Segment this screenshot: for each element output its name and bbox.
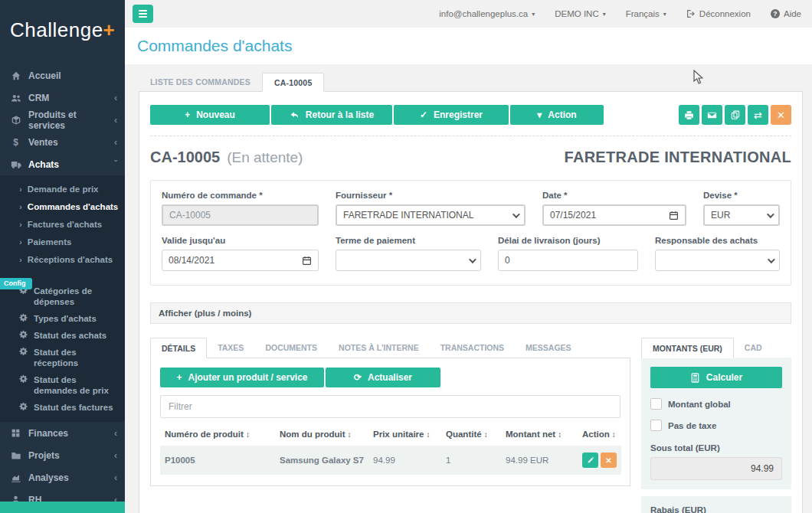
tab-notes-interne[interactable]: NOTES À L'INTERNE — [328, 338, 430, 358]
field-label: Fournisseur * — [336, 191, 526, 200]
no-tax-checkbox-row[interactable]: Pas de taxe — [650, 420, 782, 431]
payment-term-select[interactable] — [336, 250, 481, 271]
sidebar-item-analyses[interactable]: Analyses ‹ — [0, 466, 125, 488]
sidebar-item-types-achats[interactable]: Types d'achats — [0, 310, 125, 327]
col-action[interactable]: Action↕ — [578, 423, 621, 446]
duplicate-button[interactable] — [725, 105, 745, 125]
sidebar-item-receptions-achats[interactable]: ›Réceptions d'achats — [0, 251, 125, 269]
sidebar-item-statut-receptions[interactable]: Statut des réceptions — [0, 344, 125, 371]
sidebar-item-finances[interactable]: Finances ‹ — [0, 422, 125, 444]
close-record-button[interactable]: ✕ — [771, 105, 791, 125]
dollar-icon: $ — [10, 136, 21, 148]
chevron-right-icon: › — [19, 202, 22, 212]
logout-link[interactable]: Déconnexion — [686, 9, 751, 18]
details-content: +Ajouter un produit / service ⟳Actualise… — [150, 358, 630, 486]
config-badge: Config — [0, 278, 32, 289]
users-icon — [10, 92, 21, 103]
sidebar-item-demande-de-prix[interactable]: ›Demande de prix — [0, 181, 125, 198]
divider — [150, 136, 791, 136]
company-menu[interactable]: DEMO INC▾ — [555, 9, 606, 18]
sidebar-item-accueil[interactable]: Accueil — [0, 64, 125, 87]
tab-details[interactable]: DÉTAILS — [150, 338, 207, 358]
col-product-number[interactable]: Numéro de produit↕ — [160, 423, 275, 446]
order-form: Numéro de commande * Fournisseur * FARET… — [150, 180, 791, 286]
save-button[interactable]: ✓Enregistrer — [394, 105, 509, 125]
col-unit-price[interactable]: Prix unitaire↕ — [368, 423, 441, 446]
user-email-menu[interactable]: info@challengeplus.ca▾ — [439, 9, 535, 18]
app-logo[interactable]: Challenge+ — [0, 0, 125, 64]
sidebar-item-paiements[interactable]: ›Paiements — [0, 234, 125, 251]
valid-until-field[interactable]: 08/14/2021 — [162, 250, 319, 271]
tab-documents[interactable]: DOCUMENTS — [254, 338, 328, 358]
checkbox-unchecked[interactable] — [650, 420, 662, 431]
tab-messages[interactable]: MESSAGES — [515, 338, 582, 358]
sort-icon: ↕ — [484, 430, 488, 439]
new-button[interactable]: +Nouveau — [150, 105, 270, 125]
chevron-down-icon: ▾ — [537, 109, 542, 120]
sidebar-item-crm[interactable]: CRM ‹ — [0, 87, 125, 109]
sidebar-item-commandes-achats[interactable]: ›Commandes d'achats — [0, 198, 125, 216]
detail-tabs: DÉTAILS TAXES DOCUMENTS NOTES À L'INTERN… — [150, 338, 630, 358]
sort-icon: ↕ — [426, 430, 430, 439]
field-label: Devise * — [703, 191, 780, 200]
mail-icon — [707, 110, 717, 120]
col-product-name[interactable]: Nom du produit↕ — [275, 423, 368, 446]
col-quantity[interactable]: Quantité↕ — [441, 423, 501, 446]
gear-icon — [19, 347, 28, 368]
sidebar-item-statut-achats[interactable]: Statut des achats — [0, 327, 125, 344]
sidebar: Challenge+ Accueil CRM ‹ Produits et ser… — [0, 0, 125, 513]
sidebar-item-achats[interactable]: Achats ˇ — [0, 153, 125, 175]
sidebar-item-produits[interactable]: Produits et services ‹ — [0, 109, 125, 131]
supplier-select[interactable]: FARETRADE INTERNATIONAL — [336, 204, 526, 226]
transfer-icon: ⇄ — [754, 109, 762, 121]
help-link[interactable]: ?Aide — [771, 9, 801, 18]
mail-button[interactable] — [702, 105, 722, 125]
calculator-icon — [690, 373, 700, 383]
col-net-amount[interactable]: Montant net↕ — [501, 423, 578, 446]
sidebar-item-statut-demandes-prix[interactable]: Statut des demandes de prix — [0, 371, 125, 399]
close-icon: ✕ — [605, 456, 611, 465]
tab-cad[interactable]: CAD — [734, 338, 773, 358]
global-amount-checkbox-row[interactable]: Montant global — [650, 398, 782, 410]
menu-toggle-button[interactable] — [133, 5, 153, 23]
back-to-list-button[interactable]: Retour à la liste — [271, 105, 392, 125]
tab-ca-10005[interactable]: CA-10005 — [262, 73, 324, 92]
delete-row-button[interactable]: ✕ — [601, 453, 617, 468]
refresh-button[interactable]: ⟳Actualiser — [326, 368, 440, 387]
tab-transactions[interactable]: TRANSACTIONS — [430, 338, 515, 358]
action-button[interactable]: ▾Action — [510, 105, 604, 125]
print-button[interactable] — [679, 105, 699, 125]
calendar-icon[interactable] — [302, 256, 312, 266]
amounts-tabs: MONTANTS (EUR) CAD — [641, 338, 791, 358]
chevron-left-icon: ‹ — [114, 472, 117, 483]
sidebar-item-statut-factures[interactable]: Statut des factures — [0, 399, 125, 416]
page-title: Commandes d'achats — [125, 28, 812, 64]
edit-row-button[interactable] — [582, 453, 598, 468]
filter-input[interactable] — [160, 395, 620, 418]
add-product-button[interactable]: +Ajouter un produit / service — [160, 368, 324, 387]
calculate-button[interactable]: Calculer — [650, 367, 782, 388]
sidebar-item-ventes[interactable]: $ Ventes ‹ — [0, 131, 125, 153]
delivery-delay-field[interactable] — [498, 250, 638, 271]
tab-montants-eur[interactable]: MONTANTS (EUR) — [641, 338, 734, 358]
tab-liste-des-commandes[interactable]: LISTE DES COMMANDES — [139, 73, 262, 91]
chevron-right-icon: › — [19, 237, 22, 247]
calendar-icon[interactable] — [669, 211, 679, 221]
plus-icon: + — [176, 372, 182, 383]
caret-down-icon — [512, 211, 520, 218]
date-field[interactable]: 07/15/2021 — [542, 204, 686, 226]
field-label: Date * — [542, 191, 686, 200]
sidebar-item-factures-achats[interactable]: ›Factures d'achats — [0, 216, 125, 234]
gear-icon — [19, 374, 28, 396]
discount-section: Rabais (EUR) — [641, 496, 791, 513]
purchasing-manager-select[interactable] — [655, 250, 780, 271]
language-menu[interactable]: Français▾ — [626, 9, 666, 18]
show-more-toggle[interactable]: Afficher (plus / moins) — [150, 302, 791, 324]
tab-taxes[interactable]: TAXES — [207, 338, 254, 358]
currency-select[interactable]: EUR — [703, 204, 780, 226]
grid-icon — [10, 427, 21, 439]
chevron-left-icon: ‹ — [114, 93, 117, 103]
checkbox-unchecked[interactable] — [650, 398, 662, 410]
transfer-button[interactable]: ⇄ — [748, 105, 768, 125]
sidebar-item-projets[interactable]: Projets ‹ — [0, 444, 125, 466]
